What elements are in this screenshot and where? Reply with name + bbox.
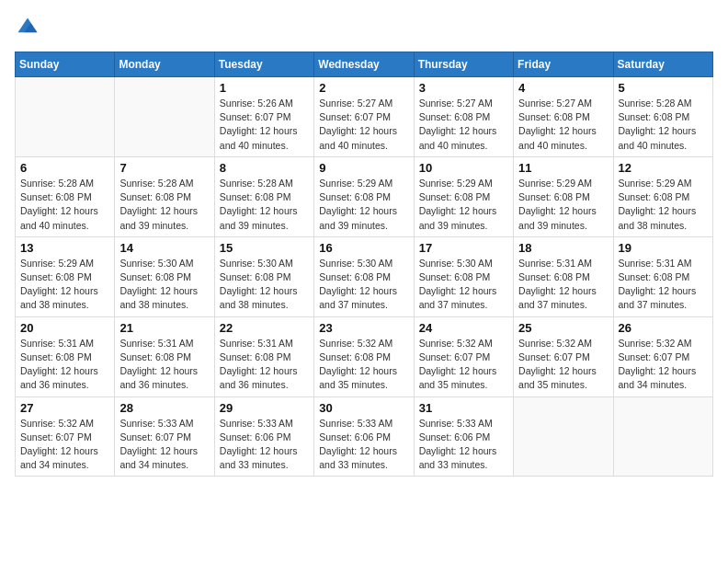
calendar-day-cell: 21Sunrise: 5:31 AMSunset: 6:08 PMDayligh… [115, 316, 214, 396]
calendar-day-cell: 8Sunrise: 5:28 AMSunset: 6:08 PMDaylight… [214, 156, 313, 236]
calendar-day-cell: 17Sunrise: 5:30 AMSunset: 6:08 PMDayligh… [414, 236, 513, 316]
day-number: 8 [220, 161, 309, 175]
calendar-week-row: 1Sunrise: 5:26 AMSunset: 6:07 PMDaylight… [16, 77, 713, 157]
day-info: Sunrise: 5:31 AMSunset: 6:08 PMDaylight:… [220, 337, 309, 393]
day-number: 30 [319, 401, 408, 415]
calendar-day-cell [16, 77, 115, 157]
weekday-header: Sunday [16, 52, 115, 77]
day-number: 24 [419, 321, 508, 335]
day-number: 22 [220, 321, 309, 335]
day-number: 11 [518, 161, 608, 175]
calendar-week-row: 20Sunrise: 5:31 AMSunset: 6:08 PMDayligh… [16, 316, 713, 396]
weekday-header: Wednesday [314, 52, 414, 77]
day-info: Sunrise: 5:31 AMSunset: 6:08 PMDaylight:… [20, 337, 109, 393]
day-info: Sunrise: 5:26 AMSunset: 6:07 PMDaylight:… [220, 97, 309, 153]
day-number: 14 [119, 241, 209, 255]
calendar-day-cell: 25Sunrise: 5:32 AMSunset: 6:07 PMDayligh… [514, 316, 613, 396]
calendar-day-cell: 13Sunrise: 5:29 AMSunset: 6:08 PMDayligh… [16, 236, 115, 316]
calendar-day-cell: 2Sunrise: 5:27 AMSunset: 6:07 PMDaylight… [314, 77, 414, 157]
day-info: Sunrise: 5:29 AMSunset: 6:08 PMDaylight:… [419, 177, 508, 233]
weekday-header: Friday [514, 52, 613, 77]
calendar-day-cell: 6Sunrise: 5:28 AMSunset: 6:08 PMDaylight… [16, 156, 115, 236]
calendar-day-cell: 22Sunrise: 5:31 AMSunset: 6:08 PMDayligh… [214, 316, 313, 396]
calendar-day-cell: 28Sunrise: 5:33 AMSunset: 6:07 PMDayligh… [115, 396, 214, 477]
day-info: Sunrise: 5:32 AMSunset: 6:07 PMDaylight:… [419, 337, 508, 393]
day-number: 1 [220, 81, 309, 95]
calendar-day-cell: 15Sunrise: 5:30 AMSunset: 6:08 PMDayligh… [214, 236, 313, 316]
calendar-day-cell: 14Sunrise: 5:30 AMSunset: 6:08 PMDayligh… [115, 236, 214, 316]
calendar-day-cell: 10Sunrise: 5:29 AMSunset: 6:08 PMDayligh… [414, 156, 513, 236]
calendar-day-cell [115, 77, 214, 157]
calendar-day-cell: 12Sunrise: 5:29 AMSunset: 6:08 PMDayligh… [613, 156, 712, 236]
day-number: 20 [20, 321, 109, 335]
day-info: Sunrise: 5:27 AMSunset: 6:08 PMDaylight:… [419, 97, 508, 153]
day-number: 7 [119, 161, 209, 175]
day-info: Sunrise: 5:32 AMSunset: 6:08 PMDaylight:… [319, 337, 408, 393]
day-info: Sunrise: 5:30 AMSunset: 6:08 PMDaylight:… [419, 257, 508, 313]
calendar-week-row: 13Sunrise: 5:29 AMSunset: 6:08 PMDayligh… [16, 236, 713, 316]
calendar-day-cell: 7Sunrise: 5:28 AMSunset: 6:08 PMDaylight… [115, 156, 214, 236]
day-info: Sunrise: 5:27 AMSunset: 6:08 PMDaylight:… [518, 97, 608, 153]
day-number: 9 [319, 161, 408, 175]
weekday-header: Tuesday [214, 52, 313, 77]
calendar-table: SundayMondayTuesdayWednesdayThursdayFrid… [15, 52, 713, 477]
day-info: Sunrise: 5:28 AMSunset: 6:08 PMDaylight:… [619, 97, 708, 153]
day-info: Sunrise: 5:30 AMSunset: 6:08 PMDaylight:… [119, 257, 209, 313]
day-number: 27 [20, 401, 109, 415]
calendar-day-cell: 23Sunrise: 5:32 AMSunset: 6:08 PMDayligh… [314, 316, 414, 396]
day-info: Sunrise: 5:33 AMSunset: 6:06 PMDaylight:… [419, 417, 508, 473]
weekday-header: Thursday [414, 52, 513, 77]
day-info: Sunrise: 5:33 AMSunset: 6:07 PMDaylight:… [119, 417, 209, 473]
day-info: Sunrise: 5:32 AMSunset: 6:07 PMDaylight:… [619, 337, 708, 393]
day-info: Sunrise: 5:31 AMSunset: 6:08 PMDaylight:… [518, 257, 608, 313]
day-info: Sunrise: 5:30 AMSunset: 6:08 PMDaylight:… [319, 257, 408, 313]
calendar-day-cell: 3Sunrise: 5:27 AMSunset: 6:08 PMDaylight… [414, 77, 513, 157]
day-info: Sunrise: 5:33 AMSunset: 6:06 PMDaylight:… [220, 417, 309, 473]
logo [15, 15, 44, 40]
calendar-day-cell: 27Sunrise: 5:32 AMSunset: 6:07 PMDayligh… [16, 396, 115, 477]
day-number: 2 [319, 81, 408, 95]
day-number: 16 [319, 241, 408, 255]
day-info: Sunrise: 5:28 AMSunset: 6:08 PMDaylight:… [119, 177, 209, 233]
calendar-day-cell: 4Sunrise: 5:27 AMSunset: 6:08 PMDaylight… [514, 77, 613, 157]
day-number: 31 [419, 401, 508, 415]
day-number: 23 [319, 321, 408, 335]
day-number: 19 [619, 241, 708, 255]
calendar-day-cell: 30Sunrise: 5:33 AMSunset: 6:06 PMDayligh… [314, 396, 414, 477]
day-number: 3 [419, 81, 508, 95]
calendar-day-cell: 26Sunrise: 5:32 AMSunset: 6:07 PMDayligh… [613, 316, 712, 396]
calendar-day-cell: 5Sunrise: 5:28 AMSunset: 6:08 PMDaylight… [613, 77, 712, 157]
day-info: Sunrise: 5:28 AMSunset: 6:08 PMDaylight:… [20, 177, 109, 233]
calendar-day-cell: 24Sunrise: 5:32 AMSunset: 6:07 PMDayligh… [414, 316, 513, 396]
day-number: 18 [518, 241, 608, 255]
page-header [15, 15, 713, 40]
day-number: 28 [119, 401, 209, 415]
calendar-day-cell: 16Sunrise: 5:30 AMSunset: 6:08 PMDayligh… [314, 236, 414, 316]
day-number: 25 [518, 321, 608, 335]
day-number: 26 [619, 321, 708, 335]
calendar-week-row: 6Sunrise: 5:28 AMSunset: 6:08 PMDaylight… [16, 156, 713, 236]
day-info: Sunrise: 5:30 AMSunset: 6:08 PMDaylight:… [220, 257, 309, 313]
calendar-week-row: 27Sunrise: 5:32 AMSunset: 6:07 PMDayligh… [16, 396, 713, 477]
logo-icon [15, 15, 40, 40]
day-number: 5 [619, 81, 708, 95]
calendar-day-cell: 31Sunrise: 5:33 AMSunset: 6:06 PMDayligh… [414, 396, 513, 477]
day-info: Sunrise: 5:33 AMSunset: 6:06 PMDaylight:… [319, 417, 408, 473]
day-info: Sunrise: 5:29 AMSunset: 6:08 PMDaylight:… [20, 257, 109, 313]
calendar-day-cell: 29Sunrise: 5:33 AMSunset: 6:06 PMDayligh… [214, 396, 313, 477]
calendar-day-cell [514, 396, 613, 477]
calendar-day-cell: 9Sunrise: 5:29 AMSunset: 6:08 PMDaylight… [314, 156, 414, 236]
day-info: Sunrise: 5:32 AMSunset: 6:07 PMDaylight:… [518, 337, 608, 393]
day-number: 17 [419, 241, 508, 255]
calendar-day-cell: 19Sunrise: 5:31 AMSunset: 6:08 PMDayligh… [613, 236, 712, 316]
weekday-header: Monday [115, 52, 214, 77]
weekday-header-row: SundayMondayTuesdayWednesdayThursdayFrid… [16, 52, 713, 77]
day-number: 21 [119, 321, 209, 335]
day-number: 15 [220, 241, 309, 255]
calendar-day-cell: 18Sunrise: 5:31 AMSunset: 6:08 PMDayligh… [514, 236, 613, 316]
day-number: 4 [518, 81, 608, 95]
day-info: Sunrise: 5:29 AMSunset: 6:08 PMDaylight:… [619, 177, 708, 233]
day-info: Sunrise: 5:28 AMSunset: 6:08 PMDaylight:… [220, 177, 309, 233]
weekday-header: Saturday [613, 52, 712, 77]
day-info: Sunrise: 5:31 AMSunset: 6:08 PMDaylight:… [119, 337, 209, 393]
